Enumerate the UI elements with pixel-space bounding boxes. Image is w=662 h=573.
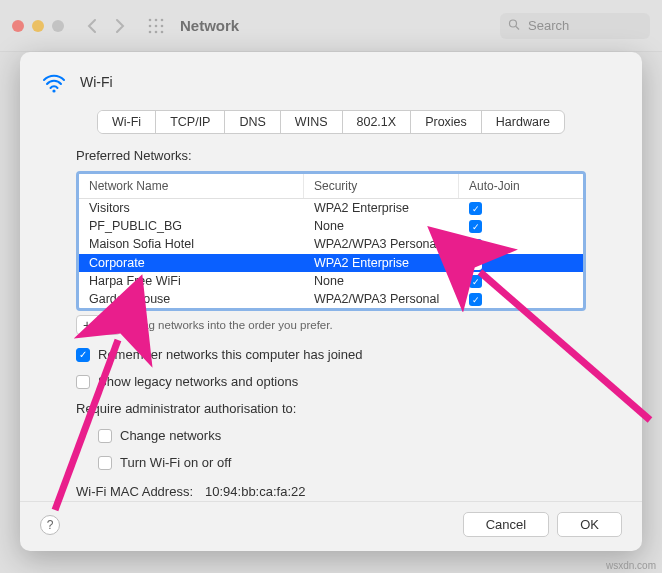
search-wrap — [500, 13, 650, 39]
svg-point-11 — [52, 89, 55, 92]
ok-button[interactable]: OK — [557, 512, 622, 537]
autojoin-checkbox[interactable]: ✓ — [469, 275, 482, 288]
cell-security: None — [304, 217, 459, 235]
remember-label: Remember networks this computer has join… — [98, 347, 362, 362]
back-button[interactable] — [80, 14, 104, 38]
add-network-button[interactable]: + — [76, 315, 98, 335]
table-row[interactable]: Harpa Free WiFiNone✓ — [79, 272, 583, 290]
cell-security: WPA2/WPA3 Personal — [304, 235, 459, 253]
search-input[interactable] — [500, 13, 650, 39]
autojoin-checkbox[interactable]: ✓ — [469, 220, 482, 233]
cell-security: None — [304, 272, 459, 290]
svg-point-6 — [149, 30, 152, 33]
search-icon — [508, 18, 520, 33]
traffic-lights — [12, 20, 64, 32]
tab-wins[interactable]: WINS — [281, 111, 343, 133]
legacy-checkbox-row[interactable]: Show legacy networks and options — [76, 374, 586, 389]
tab-content: Preferred Networks: Network Name Securit… — [20, 148, 642, 501]
sheet-footer: ? Cancel OK — [20, 501, 642, 537]
help-button[interactable]: ? — [40, 515, 60, 535]
svg-point-8 — [161, 30, 164, 33]
remove-network-button[interactable]: − — [98, 315, 120, 335]
cell-security: WPA2 Enterprise — [304, 254, 459, 272]
column-security[interactable]: Security — [304, 174, 459, 198]
mac-address-label: Wi-Fi MAC Address: — [76, 484, 193, 499]
cell-network-name: Harpa Free WiFi — [79, 272, 304, 290]
tab-wifi[interactable]: Wi-Fi — [98, 111, 156, 133]
turn-wifi-row[interactable]: Turn Wi-Fi on or off — [98, 455, 586, 470]
tabs-row: Wi-FiTCP/IPDNSWINS802.1XProxiesHardware — [20, 110, 642, 148]
column-network-name[interactable]: Network Name — [79, 174, 304, 198]
remember-checkbox[interactable]: ✓ — [76, 348, 90, 362]
nav-buttons — [80, 14, 132, 38]
change-networks-row[interactable]: Change networks — [98, 428, 586, 443]
svg-point-0 — [149, 18, 152, 21]
cell-autojoin: ✓ — [459, 217, 539, 235]
minimize-window-icon[interactable] — [32, 20, 44, 32]
titlebar: Network — [0, 0, 662, 52]
legacy-checkbox[interactable] — [76, 375, 90, 389]
table-body[interactable]: VisitorsWPA2 Enterprise✓PF_PUBLIC_BGNone… — [79, 199, 583, 308]
watermark: wsxdn.com — [606, 560, 656, 571]
cell-autojoin: ✓ — [459, 199, 539, 217]
table-row[interactable]: Maison Sofia HotelWPA2/WPA3 Personal✓ — [79, 235, 583, 253]
cell-autojoin: ✓ — [459, 235, 539, 253]
cell-network-name: Maison Sofia Hotel — [79, 235, 304, 253]
cell-network-name: PF_PUBLIC_BG — [79, 217, 304, 235]
turn-wifi-checkbox[interactable] — [98, 456, 112, 470]
table-row[interactable]: CorporateWPA2 Enterprise✓ — [79, 254, 583, 272]
cell-network-name: Garden House — [79, 290, 304, 308]
table-header: Network Name Security Auto-Join — [79, 174, 583, 199]
turn-wifi-label: Turn Wi-Fi on or off — [120, 455, 231, 470]
cell-autojoin: ✓ — [459, 290, 539, 308]
svg-point-4 — [155, 24, 158, 27]
svg-point-7 — [155, 30, 158, 33]
remember-checkbox-row[interactable]: ✓ Remember networks this computer has jo… — [76, 347, 586, 362]
preferred-networks-table[interactable]: Network Name Security Auto-Join Visitors… — [76, 171, 586, 311]
table-row[interactable]: Garden HouseWPA2/WPA3 Personal✓ — [79, 290, 583, 308]
mac-address-value: 10:94:bb:ca:fa:22 — [205, 484, 305, 499]
svg-point-3 — [149, 24, 152, 27]
cell-network-name: Corporate — [79, 254, 304, 272]
zoom-window-icon — [52, 20, 64, 32]
window-title: Network — [180, 17, 239, 34]
table-footer: + − Drag networks into the order you pre… — [76, 315, 586, 335]
tab-dns[interactable]: DNS — [225, 111, 280, 133]
sheet-header: Wi-Fi — [20, 68, 642, 110]
close-window-icon[interactable] — [12, 20, 24, 32]
tab-8021x[interactable]: 802.1X — [343, 111, 412, 133]
autojoin-checkbox[interactable]: ✓ — [469, 293, 482, 306]
autojoin-checkbox[interactable]: ✓ — [469, 239, 482, 252]
auth-label: Require administrator authorisation to: — [76, 401, 586, 416]
cell-autojoin: ✓ — [459, 272, 539, 290]
mac-address-row: Wi-Fi MAC Address: 10:94:bb:ca:fa:22 — [76, 484, 586, 499]
table-row[interactable]: VisitorsWPA2 Enterprise✓ — [79, 199, 583, 217]
svg-point-2 — [161, 18, 164, 21]
tab-hardware[interactable]: Hardware — [482, 111, 564, 133]
cell-security: WPA2 Enterprise — [304, 199, 459, 217]
tab-bar: Wi-FiTCP/IPDNSWINS802.1XProxiesHardware — [97, 110, 565, 134]
autojoin-checkbox[interactable]: ✓ — [469, 202, 482, 215]
forward-button — [108, 14, 132, 38]
autojoin-checkbox[interactable]: ✓ — [469, 257, 482, 270]
wifi-advanced-sheet: Wi-Fi Wi-FiTCP/IPDNSWINS802.1XProxiesHar… — [20, 52, 642, 551]
show-all-icon[interactable] — [144, 14, 168, 38]
action-buttons: Cancel OK — [463, 512, 622, 537]
preferred-networks-label: Preferred Networks: — [76, 148, 586, 163]
drag-hint: Drag networks into the order you prefer. — [130, 319, 333, 331]
tab-tcpip[interactable]: TCP/IP — [156, 111, 225, 133]
cell-security: WPA2/WPA3 Personal — [304, 290, 459, 308]
svg-line-10 — [516, 26, 519, 29]
tab-proxies[interactable]: Proxies — [411, 111, 482, 133]
svg-point-1 — [155, 18, 158, 21]
change-networks-label: Change networks — [120, 428, 221, 443]
change-networks-checkbox[interactable] — [98, 429, 112, 443]
table-row[interactable]: PF_PUBLIC_BGNone✓ — [79, 217, 583, 235]
legacy-label: Show legacy networks and options — [98, 374, 298, 389]
cancel-button[interactable]: Cancel — [463, 512, 549, 537]
svg-point-9 — [510, 20, 517, 27]
column-auto-join[interactable]: Auto-Join — [459, 174, 539, 198]
svg-point-5 — [161, 24, 164, 27]
cell-autojoin: ✓ — [459, 254, 539, 272]
cell-network-name: Visitors — [79, 199, 304, 217]
